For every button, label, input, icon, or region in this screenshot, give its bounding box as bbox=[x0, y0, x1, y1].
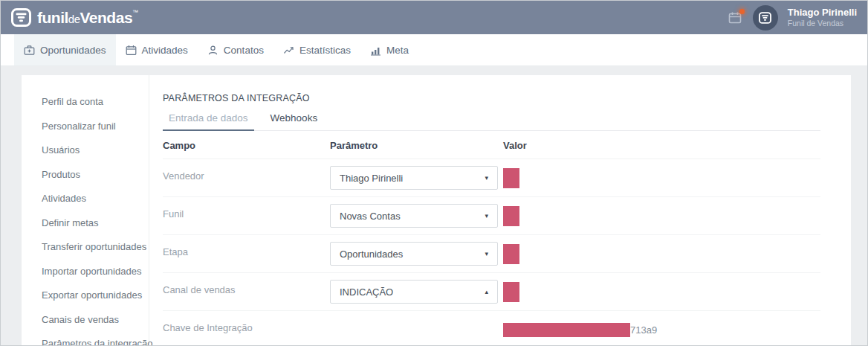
tab-label: Estatísticas bbox=[299, 45, 351, 56]
etapa-select[interactable]: Oportunidades ▾ bbox=[330, 242, 498, 266]
field-label: Vendedor bbox=[163, 166, 330, 182]
redacted-value-bar bbox=[503, 323, 630, 337]
sidebar-item-usuarios[interactable]: Usuários bbox=[22, 138, 149, 163]
tab-atividades[interactable]: Atividades bbox=[116, 34, 198, 65]
field-label: Canal de vendas bbox=[163, 280, 330, 295]
integration-key-suffix: 713a9 bbox=[630, 324, 657, 336]
table-header: Campo Parâmetro Valor bbox=[163, 131, 820, 158]
calendar-icon bbox=[126, 45, 137, 56]
settings-sidebar: Perfil da conta Personalizar funil Usuár… bbox=[22, 75, 149, 346]
trend-line-icon bbox=[283, 45, 294, 56]
integration-key-value: 713a9 bbox=[503, 323, 820, 337]
chevron-up-icon: ▴ bbox=[485, 288, 488, 295]
field-label: Funil bbox=[163, 204, 330, 220]
sidebar-item-exportar-oportunidades[interactable]: Exportar oportunidades bbox=[22, 283, 149, 308]
field-label: Chave de Integração bbox=[163, 318, 330, 333]
select-value: INDICAÇÃO bbox=[340, 286, 393, 298]
tab-label: Oportunidades bbox=[40, 45, 106, 56]
select-value: Oportunidades bbox=[340, 249, 403, 260]
field-label: Etapa bbox=[163, 242, 330, 257]
tab-label: Contatos bbox=[224, 45, 264, 56]
briefcase-icon bbox=[24, 45, 35, 56]
redacted-value-block bbox=[503, 244, 519, 264]
redacted-value-block bbox=[503, 168, 519, 188]
sidebar-item-perfil-da-conta[interactable]: Perfil da conta bbox=[22, 90, 149, 115]
sidebar-item-parametros-integracao[interactable]: Parâmetros da integração bbox=[22, 332, 149, 346]
tab-meta[interactable]: Meta bbox=[360, 34, 418, 65]
col-header-campo: Campo bbox=[163, 140, 330, 151]
tab-label: Meta bbox=[386, 45, 409, 56]
settings-panel: Perfil da conta Personalizar funil Usuár… bbox=[22, 75, 851, 346]
avatar[interactable] bbox=[753, 5, 778, 31]
table-row: Canal de vendas INDICAÇÃO ▴ bbox=[163, 272, 820, 310]
col-header-valor: Valor bbox=[503, 140, 820, 151]
app-header: funildeVendas™ Thiago Pirinell bbox=[1, 1, 867, 34]
table-row: Funil Novas Contas ▾ bbox=[163, 196, 820, 234]
sidebar-item-atividades[interactable]: Atividades bbox=[22, 187, 149, 211]
table-row: Vendedor Thiago Pirinelli ▾ bbox=[163, 158, 820, 196]
user-org: Funil de Vendas bbox=[788, 19, 857, 28]
vendedor-select[interactable]: Thiago Pirinelli ▾ bbox=[330, 166, 498, 190]
table-row: Chave de Integração 713a9 bbox=[163, 310, 820, 346]
tab-oportunidades[interactable]: Oportunidades bbox=[14, 34, 116, 65]
main-nav: Oportunidades Atividades Contatos E bbox=[1, 34, 867, 66]
table-row: Etapa Oportunidades ▾ bbox=[163, 234, 820, 272]
notification-dot bbox=[739, 9, 745, 14]
chevron-down-icon: ▾ bbox=[485, 250, 488, 257]
user-name: Thiago Pirinelli bbox=[788, 7, 857, 19]
funil-select[interactable]: Novas Contas ▾ bbox=[330, 204, 498, 228]
bar-chart-icon bbox=[370, 45, 381, 56]
col-header-parametro: Parâmetro bbox=[330, 140, 503, 151]
sidebar-item-transferir-oportunidades[interactable]: Transferir oportunidades bbox=[22, 235, 149, 260]
tab-contatos[interactable]: Contatos bbox=[198, 34, 273, 65]
tab-webhooks[interactable]: Webhooks bbox=[265, 109, 324, 130]
funnel-logo-icon bbox=[11, 8, 31, 27]
tab-estatisticas[interactable]: Estatísticas bbox=[273, 34, 360, 65]
user-menu[interactable]: Thiago Pirinelli Funil de Vendas bbox=[788, 7, 857, 28]
sidebar-item-definir-metas[interactable]: Definir metas bbox=[22, 211, 149, 236]
canal-de-vendas-select[interactable]: INDICAÇÃO ▴ bbox=[330, 280, 498, 304]
redacted-value-block bbox=[503, 282, 519, 302]
sidebar-item-canais-de-vendas[interactable]: Canais de vendas bbox=[22, 308, 149, 333]
integration-content: PARÂMETROS DA INTEGRAÇÃO Entrada de dado… bbox=[149, 75, 851, 346]
avatar-funnel-icon bbox=[759, 12, 771, 24]
integration-tabs: Entrada de dados Webhooks bbox=[163, 109, 820, 131]
select-value: Thiago Pirinelli bbox=[340, 173, 403, 184]
app-logo[interactable]: funildeVendas™ bbox=[11, 8, 138, 27]
chevron-down-icon: ▾ bbox=[485, 212, 488, 220]
page-title: PARÂMETROS DA INTEGRAÇÃO bbox=[163, 93, 820, 103]
tab-label: Atividades bbox=[142, 45, 188, 56]
sidebar-item-personalizar-funil[interactable]: Personalizar funil bbox=[22, 115, 149, 139]
tab-entrada-de-dados[interactable]: Entrada de dados bbox=[163, 109, 254, 131]
calendar-notification-icon[interactable] bbox=[728, 11, 743, 25]
sidebar-item-produtos[interactable]: Produtos bbox=[22, 163, 149, 188]
redacted-value-block bbox=[503, 206, 519, 226]
sidebar-item-importar-oportunidades[interactable]: Importar oportunidades bbox=[22, 260, 149, 284]
chevron-down-icon: ▾ bbox=[485, 174, 488, 182]
contact-icon bbox=[207, 45, 218, 56]
app-logo-text: funildeVendas™ bbox=[37, 9, 138, 27]
select-value: Novas Contas bbox=[340, 211, 401, 222]
